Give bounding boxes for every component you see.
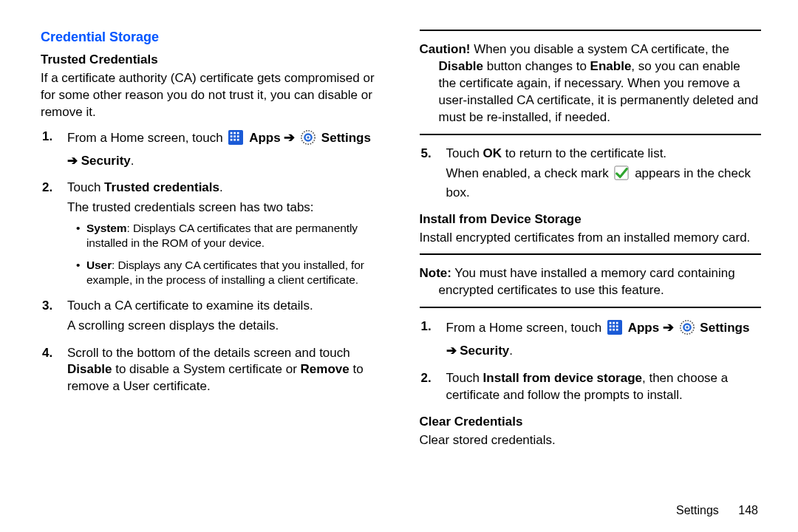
bold-term: User bbox=[86, 259, 112, 271]
step-2b: 2. Touch Install from device storage, th… bbox=[439, 370, 762, 404]
step-subtext: A scrolling screen displays the details. bbox=[67, 318, 383, 334]
divider bbox=[420, 30, 762, 31]
step-3: 3. Touch a CA certificate to examine its… bbox=[60, 298, 383, 334]
bold-term: Install from device storage bbox=[483, 371, 642, 385]
clear-text: Clear stored credentials. bbox=[420, 432, 762, 449]
step-4: 4. Scroll to the bottom of the details s… bbox=[60, 345, 383, 396]
caution-label: Caution! bbox=[420, 42, 471, 56]
apps-label: Apps bbox=[249, 131, 284, 145]
step-2: 2. Touch Trusted credentials. The truste… bbox=[60, 180, 383, 287]
arrow-icon: ➔ bbox=[284, 130, 295, 145]
step-text: Touch a CA certificate to examine its de… bbox=[67, 299, 313, 313]
step-text: From a Home screen, touch bbox=[67, 131, 226, 145]
steps-list-right-bottom: 1. From a Home screen, touch Apps ➔ Sett… bbox=[420, 318, 762, 403]
bold-term: Disable bbox=[67, 362, 112, 376]
step-5: 5. Touch OK to return to the certificate… bbox=[439, 146, 762, 202]
right-column: Caution! When you disable a system CA ce… bbox=[420, 30, 762, 499]
apps-icon bbox=[228, 130, 243, 150]
step-text: From a Home screen, touch bbox=[446, 321, 605, 335]
step-text: Touch bbox=[67, 180, 104, 194]
caution-text: button changes to bbox=[483, 59, 590, 73]
step-text: Touch bbox=[446, 371, 483, 385]
subheading-install: Install from Device Storage bbox=[420, 212, 762, 227]
note-label: Note: bbox=[420, 266, 451, 280]
bullet-system: System: Displays CA certificates that ar… bbox=[78, 221, 383, 250]
bullet-text: : Displays any CA certificates that you … bbox=[86, 259, 364, 286]
step-subtext: When enabled, a check mark appears in th… bbox=[446, 166, 762, 202]
security-breadcrumb: ➔ Security bbox=[67, 154, 131, 168]
manual-page: Credential Storage Trusted Credentials I… bbox=[0, 0, 798, 532]
page-number: 148 bbox=[738, 504, 758, 516]
note-text: You must have installed a memory card co… bbox=[439, 266, 735, 297]
steps-list-right-top: 5. Touch OK to return to the certificate… bbox=[420, 146, 762, 202]
step-1: 1. From a Home screen, touch Apps ➔ Sett… bbox=[60, 129, 383, 169]
left-column: Credential Storage Trusted Credentials I… bbox=[41, 30, 383, 499]
steps-list-left: 1. From a Home screen, touch Apps ➔ Sett… bbox=[41, 129, 383, 396]
section-heading: Credential Storage bbox=[41, 30, 383, 45]
subheading-clear: Clear Credentials bbox=[420, 415, 762, 429]
divider bbox=[420, 253, 762, 255]
step-text: to return to the certificate list. bbox=[502, 146, 666, 160]
footer-label: Settings bbox=[676, 504, 719, 516]
bold-term: Remove bbox=[301, 362, 349, 376]
install-intro: Install encrypted certificates from an i… bbox=[420, 230, 762, 247]
step-1b: 1. From a Home screen, touch Apps ➔ Sett… bbox=[439, 318, 762, 359]
bullet-user: User: Displays any CA certificates that … bbox=[78, 258, 383, 287]
bold-term: Disable bbox=[439, 59, 483, 73]
gear-icon bbox=[301, 130, 316, 150]
settings-label: Settings bbox=[700, 321, 749, 335]
intro-paragraph: If a certificate authority (CA) certific… bbox=[41, 70, 383, 121]
apps-label: Apps bbox=[628, 321, 663, 335]
caution-text: When you disable a system CA certificate… bbox=[470, 42, 729, 56]
divider bbox=[420, 307, 762, 308]
checkmark-icon bbox=[614, 166, 629, 185]
bold-term: Trusted credentials bbox=[104, 180, 219, 194]
bold-term: System bbox=[86, 222, 127, 234]
bullet-text: : Displays CA certificates that are perm… bbox=[86, 222, 358, 249]
note-paragraph: Note: You must have installed a memory c… bbox=[420, 265, 762, 299]
step-text: Touch bbox=[446, 146, 483, 160]
subheading-trusted: Trusted Credentials bbox=[41, 52, 383, 67]
security-breadcrumb: ➔ Security bbox=[446, 344, 510, 358]
bold-term: Enable bbox=[590, 59, 632, 73]
step-text: Scroll to the bottom of the details scre… bbox=[67, 346, 350, 360]
step-text: to disable a System certificate or bbox=[112, 362, 300, 376]
arrow-icon: ➔ bbox=[663, 320, 674, 335]
bold-term: OK bbox=[483, 146, 502, 160]
caution-paragraph: Caution! When you disable a system CA ce… bbox=[420, 41, 762, 126]
step-subtext: The trusted credentials screen has two t… bbox=[67, 200, 383, 216]
page-footer: Settings 148 bbox=[41, 499, 761, 517]
apps-icon bbox=[607, 320, 622, 340]
divider bbox=[420, 134, 762, 135]
gear-icon bbox=[680, 320, 695, 340]
settings-label: Settings bbox=[321, 131, 371, 145]
